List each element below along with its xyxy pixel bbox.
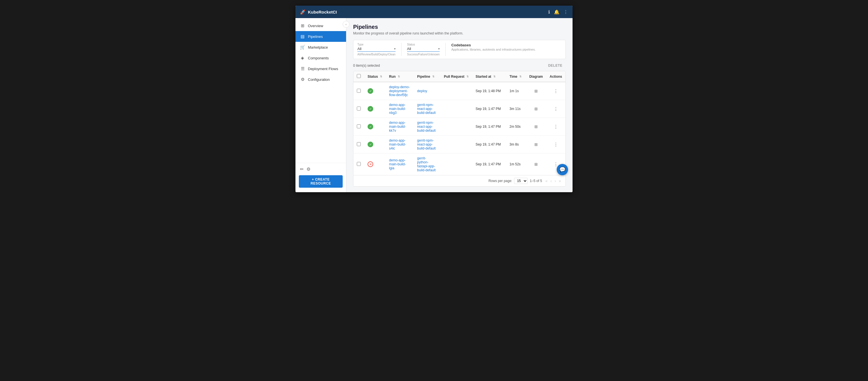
cell-run-3: demo-app-main-build-s4ic xyxy=(386,136,414,154)
sidebar-item-deployment-flows[interactable]: ☰ Deployment Flows xyxy=(296,63,346,74)
col-started[interactable]: Started at ⇅ xyxy=(472,71,506,82)
diagram-icon-0[interactable]: ⊞ xyxy=(534,89,538,93)
cell-pipeline-2: gerrit-npm-react-app-build-default xyxy=(414,118,440,136)
cell-run-0: deploy-demo-deployment-flow-devf5fjc xyxy=(386,82,414,100)
create-resource-button[interactable]: + CREATE RESOURCE xyxy=(299,175,343,188)
first-page-button[interactable]: « xyxy=(544,178,549,184)
cell-started-2: Sep 19, 1:47 PM xyxy=(472,118,506,136)
cell-pr-1 xyxy=(440,100,472,118)
type-filter-group: Type All ▾ All/Review/Build/Deploy/Clean xyxy=(358,43,396,56)
col-run-label: Run xyxy=(389,75,396,78)
diagram-icon-2[interactable]: ⊞ xyxy=(534,124,538,129)
overview-icon: ⊞ xyxy=(300,23,305,28)
run-link-0[interactable]: deploy-demo-deployment-flow-devf5fjc xyxy=(389,85,410,97)
cell-pr-0 xyxy=(440,82,472,100)
sidebar-item-overview[interactable]: ⊞ Overview xyxy=(296,20,346,31)
header-right: ℹ 🔔 ⋮ xyxy=(548,9,568,15)
table-row: ✓ deploy-demo-deployment-flow-devf5fjc d… xyxy=(353,82,565,100)
row-more-icon-4[interactable]: ⋮ xyxy=(554,162,558,167)
row-checkbox-3[interactable] xyxy=(357,142,361,146)
rows-per-page-select[interactable]: 15 25 50 xyxy=(514,178,528,184)
col-actions-label: Actions xyxy=(550,75,562,78)
cell-actions-2: ⋮ xyxy=(546,118,565,136)
info-icon[interactable]: ℹ xyxy=(548,9,550,15)
header-left: 🚀 KubeRocketCI xyxy=(300,9,337,15)
cell-status-1: ✓ xyxy=(364,100,386,118)
row-more-icon-3[interactable]: ⋮ xyxy=(554,142,558,147)
sidebar-item-marketplace[interactable]: 🛒 Marketplace xyxy=(296,42,346,53)
pipeline-sort-icon: ⇅ xyxy=(432,75,435,78)
sidebar-item-components[interactable]: ◈ Components xyxy=(296,53,346,63)
status-filter-select[interactable]: All ▾ xyxy=(407,46,440,52)
status-chevron-icon: ▾ xyxy=(438,47,440,50)
type-filter-select[interactable]: All ▾ xyxy=(358,46,396,52)
main-layout: ‹ ⊞ Overview ▤ Pipelines 🛒 Marketplace ◈… xyxy=(296,18,572,192)
settings-icon[interactable]: ⚙ xyxy=(307,166,310,172)
delete-button[interactable]: DELETE xyxy=(545,62,566,69)
type-chevron-icon: ▾ xyxy=(394,47,396,50)
row-checkbox-1[interactable] xyxy=(357,106,361,110)
pipeline-link-4[interactable]: gerrit-python-fastapi-app-build-default xyxy=(417,156,435,172)
table-row: ✓ demo-app-main-build-kk7v gerrit-npm-re… xyxy=(353,118,565,136)
sidebar-nav: ⊞ Overview ▤ Pipelines 🛒 Marketplace ◈ C… xyxy=(296,18,346,163)
col-run[interactable]: Run ⇅ xyxy=(386,71,414,82)
table-row: ✓ demo-app-main-build-s4ic gerrit-npm-re… xyxy=(353,136,565,154)
type-filter-label: Type xyxy=(358,43,396,46)
cell-time-4: 1m 52s xyxy=(506,154,526,175)
select-all-checkbox[interactable] xyxy=(357,74,361,78)
cell-time-0: 1m 1s xyxy=(506,82,526,100)
col-time[interactable]: Time ⇅ xyxy=(506,71,526,82)
run-link-1[interactable]: demo-app-main-build-nbg3 xyxy=(389,103,406,115)
col-status[interactable]: Status ⇅ xyxy=(364,71,386,82)
row-checkbox-2[interactable] xyxy=(357,124,361,128)
row-more-icon-1[interactable]: ⋮ xyxy=(554,106,558,112)
cell-actions-1: ⋮ xyxy=(546,100,565,118)
row-checkbox-0[interactable] xyxy=(357,89,361,93)
cell-run-1: demo-app-main-build-nbg3 xyxy=(386,100,414,118)
run-sort-icon: ⇅ xyxy=(398,75,400,78)
logo-icon: 🚀 xyxy=(300,9,306,15)
pipeline-link-1[interactable]: gerrit-npm-react-app-build-default xyxy=(417,103,435,115)
sidebar-item-configuration[interactable]: ⚙ Configuration xyxy=(296,74,346,85)
last-page-button[interactable]: » xyxy=(558,178,562,184)
pipeline-link-0[interactable]: deploy xyxy=(417,89,427,93)
cell-diagram-2: ⊞ xyxy=(526,118,546,136)
sidebar-toggle[interactable]: ‹ xyxy=(343,21,349,28)
cell-actions-3: ⋮ xyxy=(546,136,565,154)
row-more-icon-2[interactable]: ⋮ xyxy=(554,124,558,129)
filter-divider-1 xyxy=(401,43,402,56)
cell-started-1: Sep 19, 1:47 PM xyxy=(472,100,506,118)
col-pipeline-label: Pipeline xyxy=(417,75,430,78)
col-actions: Actions xyxy=(546,71,565,82)
notification-icon[interactable]: 🔔 xyxy=(554,9,560,15)
cell-status-3: ✓ xyxy=(364,136,386,154)
filter-bar: Type All ▾ All/Review/Build/Deploy/Clean… xyxy=(353,40,566,59)
cell-started-3: Sep 19, 1:47 PM xyxy=(472,136,506,154)
col-pipeline[interactable]: Pipeline ⇅ xyxy=(414,71,440,82)
type-filter-value: All xyxy=(358,46,361,51)
page-title: Pipelines xyxy=(353,24,566,30)
run-link-3[interactable]: demo-app-main-build-s4ic xyxy=(389,138,406,150)
run-link-2[interactable]: demo-app-main-build-kk7v xyxy=(389,121,406,133)
diagram-icon-4[interactable]: ⊞ xyxy=(534,162,538,166)
edit-icon[interactable]: ✏ xyxy=(300,166,304,172)
diagram-icon-3[interactable]: ⊞ xyxy=(534,142,538,147)
prev-page-button[interactable]: ‹ xyxy=(549,178,553,184)
next-page-button[interactable]: › xyxy=(554,178,557,184)
more-menu-icon[interactable]: ⋮ xyxy=(563,9,568,15)
table-row: ✕ demo-app-main-build-lgia gerrit-python… xyxy=(353,154,565,175)
sidebar: ‹ ⊞ Overview ▤ Pipelines 🛒 Marketplace ◈… xyxy=(296,18,346,192)
col-pr[interactable]: Pull Request ⇅ xyxy=(440,71,472,82)
pr-sort-icon: ⇅ xyxy=(466,75,469,78)
diagram-icon-1[interactable]: ⊞ xyxy=(534,106,538,111)
run-link-4[interactable]: demo-app-main-build-lgia xyxy=(389,158,406,170)
row-checkbox-4[interactable] xyxy=(357,162,361,166)
rows-per-page-label: Rows per page: xyxy=(489,179,512,183)
sidebar-item-pipelines[interactable]: ▤ Pipelines xyxy=(296,31,346,42)
pipeline-link-3[interactable]: gerrit-npm-react-app-build-default xyxy=(417,138,435,150)
codebases-hint: Applications, libraries, autotests and i… xyxy=(451,48,561,51)
pipeline-link-2[interactable]: gerrit-npm-react-app-build-default xyxy=(417,121,435,133)
row-more-icon-0[interactable]: ⋮ xyxy=(554,89,558,94)
codebases-title: Codebases xyxy=(451,43,561,47)
chat-fab-button[interactable]: 💬 xyxy=(557,164,568,175)
